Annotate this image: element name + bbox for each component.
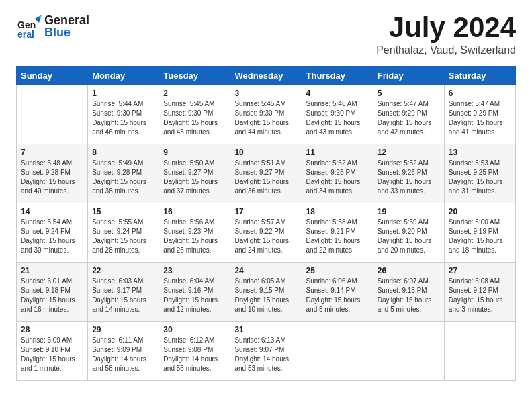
cell-date-number: 24 [234,266,297,275]
location-text: Penthalaz, Vaud, Switzerland [376,44,516,56]
logo-blue-text: Blue [44,26,89,38]
cell-date-number: 29 [92,325,154,334]
cell-sun-info: Sunrise: 5:47 AM Sunset: 9:29 PM Dayligh… [449,99,511,137]
cell-sun-info: Sunrise: 5:53 AM Sunset: 9:25 PM Dayligh… [449,158,511,196]
cell-date-number: 14 [21,207,83,216]
cell-date-number: 27 [449,266,511,275]
column-header-wednesday: Wednesday [230,66,302,85]
cell-sun-info: Sunrise: 5:52 AM Sunset: 9:26 PM Dayligh… [378,158,440,196]
cell-sun-info: Sunrise: 6:00 AM Sunset: 9:19 PM Dayligh… [449,218,511,255]
calendar-cell: 7Sunrise: 5:48 AM Sunset: 9:28 PM Daylig… [17,144,88,203]
column-header-sunday: Sunday [17,66,88,85]
cell-date-number: 15 [92,207,154,216]
cell-sun-info: Sunrise: 5:58 AM Sunset: 9:21 PM Dayligh… [306,218,369,255]
calendar-week-row: 28Sunrise: 6:09 AM Sunset: 9:10 PM Dayli… [17,322,516,381]
cell-date-number: 28 [21,325,83,334]
cell-sun-info: Sunrise: 5:57 AM Sunset: 9:22 PM Dayligh… [234,218,297,255]
calendar-cell: 1Sunrise: 5:44 AM Sunset: 9:30 PM Daylig… [88,85,159,144]
cell-date-number: 4 [306,89,369,98]
calendar-cell: 16Sunrise: 5:56 AM Sunset: 9:23 PM Dayli… [159,203,230,263]
calendar-cell: 4Sunrise: 5:46 AM Sunset: 9:30 PM Daylig… [302,85,373,144]
calendar-cell: 18Sunrise: 5:58 AM Sunset: 9:21 PM Dayli… [302,203,373,263]
cell-date-number: 7 [21,148,83,157]
calendar-table: SundayMondayTuesdayWednesdayThursdayFrid… [16,66,516,381]
cell-date-number: 19 [378,207,440,216]
calendar-week-row: 7Sunrise: 5:48 AM Sunset: 9:28 PM Daylig… [17,144,516,203]
calendar-cell: 23Sunrise: 6:04 AM Sunset: 9:16 PM Dayli… [159,263,230,322]
cell-sun-info: Sunrise: 6:04 AM Sunset: 9:16 PM Dayligh… [163,277,226,314]
calendar-cell [444,322,515,381]
calendar-cell: 12Sunrise: 5:52 AM Sunset: 9:26 PM Dayli… [373,144,444,203]
cell-date-number: 5 [378,89,440,98]
cell-sun-info: Sunrise: 5:59 AM Sunset: 9:20 PM Dayligh… [378,218,440,255]
calendar-cell: 11Sunrise: 5:52 AM Sunset: 9:26 PM Dayli… [302,144,373,203]
cell-sun-info: Sunrise: 5:52 AM Sunset: 9:26 PM Dayligh… [306,158,369,196]
cell-date-number: 26 [378,266,440,275]
cell-sun-info: Sunrise: 5:56 AM Sunset: 9:23 PM Dayligh… [163,218,226,255]
calendar-cell: 28Sunrise: 6:09 AM Sunset: 9:10 PM Dayli… [17,322,88,381]
calendar-cell: 27Sunrise: 6:08 AM Sunset: 9:12 PM Dayli… [444,263,515,322]
cell-sun-info: Sunrise: 5:51 AM Sunset: 9:27 PM Dayligh… [234,158,297,196]
cell-date-number: 10 [234,148,297,157]
title-block: July 2024 Penthalaz, Vaud, Switzerland [376,13,516,56]
calendar-cell: 24Sunrise: 6:05 AM Sunset: 9:15 PM Dayli… [230,263,302,322]
column-header-thursday: Thursday [302,66,373,85]
cell-date-number: 18 [306,207,369,216]
cell-sun-info: Sunrise: 5:47 AM Sunset: 9:29 PM Dayligh… [378,99,440,137]
column-header-tuesday: Tuesday [159,66,230,85]
calendar-week-row: 1Sunrise: 5:44 AM Sunset: 9:30 PM Daylig… [17,85,516,144]
cell-date-number: 3 [234,89,297,98]
cell-date-number: 21 [21,266,83,275]
calendar-cell: 6Sunrise: 5:47 AM Sunset: 9:29 PM Daylig… [444,85,515,144]
cell-date-number: 9 [163,148,226,157]
calendar-cell: 2Sunrise: 5:45 AM Sunset: 9:30 PM Daylig… [159,85,230,144]
calendar-cell: 26Sunrise: 6:07 AM Sunset: 9:13 PM Dayli… [373,263,444,322]
calendar-cell [17,85,88,144]
logo-name: General Blue [44,14,89,38]
cell-date-number: 20 [449,207,511,216]
cell-date-number: 31 [234,325,297,334]
cell-sun-info: Sunrise: 5:48 AM Sunset: 9:28 PM Dayligh… [21,158,83,196]
cell-sun-info: Sunrise: 5:45 AM Sunset: 9:30 PM Dayligh… [234,99,297,137]
cell-sun-info: Sunrise: 5:46 AM Sunset: 9:30 PM Dayligh… [306,99,369,137]
cell-sun-info: Sunrise: 5:54 AM Sunset: 9:24 PM Dayligh… [21,218,83,255]
cell-sun-info: Sunrise: 6:01 AM Sunset: 9:18 PM Dayligh… [21,277,83,314]
calendar-cell: 20Sunrise: 6:00 AM Sunset: 9:19 PM Dayli… [444,203,515,263]
cell-sun-info: Sunrise: 5:49 AM Sunset: 9:28 PM Dayligh… [92,158,154,196]
calendar-week-row: 21Sunrise: 6:01 AM Sunset: 9:18 PM Dayli… [17,263,516,322]
cell-date-number: 1 [92,89,154,98]
logo: Gen eral General Blue [16,13,89,39]
calendar-cell: 5Sunrise: 5:47 AM Sunset: 9:29 PM Daylig… [373,85,444,144]
calendar-cell: 30Sunrise: 6:12 AM Sunset: 9:08 PM Dayli… [159,322,230,381]
cell-date-number: 16 [163,207,226,216]
cell-sun-info: Sunrise: 5:44 AM Sunset: 9:30 PM Dayligh… [92,99,154,137]
page-header: Gen eral General Blue July 2024 Penthala… [16,13,516,56]
calendar-cell: 15Sunrise: 5:55 AM Sunset: 9:24 PM Dayli… [88,203,159,263]
cell-sun-info: Sunrise: 6:11 AM Sunset: 9:09 PM Dayligh… [92,336,154,373]
column-header-saturday: Saturday [444,66,515,85]
calendar-cell: 13Sunrise: 5:53 AM Sunset: 9:25 PM Dayli… [444,144,515,203]
calendar-header-row: SundayMondayTuesdayWednesdayThursdayFrid… [17,66,516,85]
month-title: July 2024 [376,13,516,42]
cell-sun-info: Sunrise: 6:05 AM Sunset: 9:15 PM Dayligh… [234,277,297,314]
cell-sun-info: Sunrise: 6:06 AM Sunset: 9:14 PM Dayligh… [306,277,369,314]
calendar-cell: 17Sunrise: 5:57 AM Sunset: 9:22 PM Dayli… [230,203,302,263]
cell-date-number: 13 [449,148,511,157]
calendar-cell: 19Sunrise: 5:59 AM Sunset: 9:20 PM Dayli… [373,203,444,263]
cell-sun-info: Sunrise: 5:45 AM Sunset: 9:30 PM Dayligh… [163,99,226,137]
calendar-cell: 21Sunrise: 6:01 AM Sunset: 9:18 PM Dayli… [17,263,88,322]
cell-date-number: 30 [163,325,226,334]
cell-sun-info: Sunrise: 6:12 AM Sunset: 9:08 PM Dayligh… [163,336,226,373]
calendar-cell: 14Sunrise: 5:54 AM Sunset: 9:24 PM Dayli… [17,203,88,263]
logo-icon: Gen eral [16,13,42,39]
calendar-cell: 22Sunrise: 6:03 AM Sunset: 9:17 PM Dayli… [88,263,159,322]
calendar-cell: 25Sunrise: 6:06 AM Sunset: 9:14 PM Dayli… [302,263,373,322]
logo-general-text: General [44,14,89,26]
cell-date-number: 2 [163,89,226,98]
calendar-cell: 31Sunrise: 6:13 AM Sunset: 9:07 PM Dayli… [230,322,302,381]
cell-date-number: 11 [306,148,369,157]
column-header-friday: Friday [373,66,444,85]
calendar-cell: 3Sunrise: 5:45 AM Sunset: 9:30 PM Daylig… [230,85,302,144]
cell-sun-info: Sunrise: 6:07 AM Sunset: 9:13 PM Dayligh… [378,277,440,314]
cell-date-number: 8 [92,148,154,157]
